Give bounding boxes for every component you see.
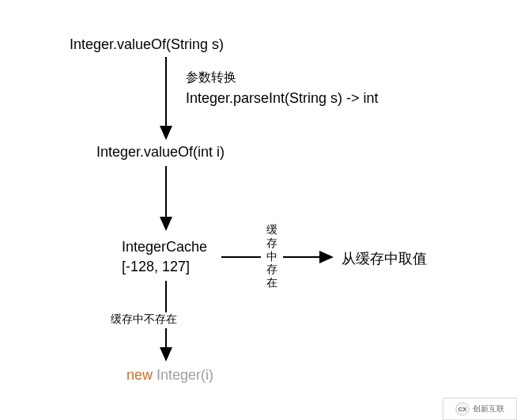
svg-text:CX: CX bbox=[459, 406, 466, 413]
watermark-text: 创新互联 bbox=[473, 403, 504, 414]
watermark-logo-icon: CX bbox=[455, 402, 470, 416]
node-integer-cache: IntegerCache [-128, 127] bbox=[122, 237, 207, 277]
node-valueof-int: Integer.valueOf(int i) bbox=[96, 144, 225, 161]
cache-name: IntegerCache bbox=[122, 237, 207, 257]
node-new-integer: new Integer(i) bbox=[126, 367, 213, 384]
label-not-in-cache: 缓存中不存在 bbox=[111, 312, 177, 327]
label-from-cache: 从缓存中取值 bbox=[342, 249, 427, 268]
label-param-convert: 参数转换 bbox=[186, 70, 236, 86]
node-valueof-string: Integer.valueOf(String s) bbox=[70, 36, 224, 53]
keyword-new: new bbox=[126, 367, 153, 383]
cache-range: [-128, 127] bbox=[122, 257, 207, 277]
watermark: CX 创新互联 bbox=[443, 398, 517, 420]
node-parseint: Integer.parseInt(String s) -> int bbox=[186, 90, 379, 107]
diagram-arrows bbox=[0, 0, 517, 420]
label-in-cache: 缓存中存在 bbox=[265, 223, 279, 289]
new-integer-rest: Integer(i) bbox=[153, 367, 213, 383]
